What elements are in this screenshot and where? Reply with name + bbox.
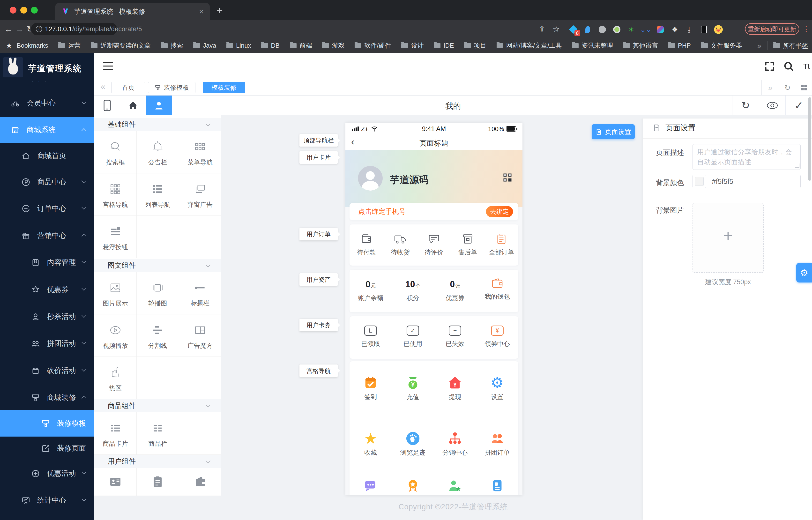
sidebar-item-decorate-template[interactable]: 装修模板 <box>0 410 94 437</box>
extension-icon[interactable] <box>583 25 593 34</box>
bookmark-folder[interactable]: Java <box>193 42 216 49</box>
grid-item-checkin[interactable]: 签到 <box>349 375 392 401</box>
forward-icon[interactable]: → <box>16 24 24 34</box>
bookmark-folder[interactable]: DB <box>261 42 280 49</box>
preview-button[interactable] <box>759 96 785 115</box>
tab-decorate-template[interactable]: 装修模板 <box>148 82 195 93</box>
user-assets-block[interactable]: 0元 账户余额 10个 积分 0张 优惠券 我的钱包 <box>349 270 518 312</box>
browser-menu-icon[interactable]: ⋮ <box>803 24 810 34</box>
phone-preview[interactable]: Z+ 9:41 AM 100% ‹ 页面标题 芋道源码 点击绑定手机号 去绑定 <box>345 123 522 495</box>
label-grid-nav[interactable]: 宫格导航 <box>299 364 338 377</box>
tab-template-decorate[interactable]: 模板装修 <box>203 82 245 93</box>
extension-icon[interactable] <box>612 25 622 34</box>
coupon-item[interactable]: ¥ 领券中心 <box>476 316 519 359</box>
page-scrollbar[interactable] <box>808 97 811 181</box>
asset-item[interactable]: 0元 账户余额 <box>349 270 392 312</box>
sidebar-item-mall-decorate[interactable]: 商城装修 <box>0 385 94 411</box>
bookmark-folder[interactable]: 游戏 <box>322 41 344 50</box>
collapse-menu-icon[interactable] <box>103 61 113 71</box>
color-swatch[interactable] <box>692 175 706 188</box>
sidebar-item-bargain[interactable]: 砍价活动 <box>0 358 94 384</box>
sidebar-item-marketing-center[interactable]: 营销中心 <box>0 223 94 249</box>
order-item[interactable]: 售后单 <box>451 225 485 265</box>
resize-handle[interactable] <box>795 163 800 168</box>
tabs-scroll-left-icon[interactable]: « <box>101 82 105 92</box>
grid-item-medal[interactable] <box>392 478 434 494</box>
bookmark-folder[interactable]: IDE <box>434 42 454 49</box>
section-user-components[interactable]: 用户组件 <box>94 455 221 468</box>
component-user-wallet[interactable] <box>179 468 221 496</box>
browser-update-button[interactable]: 重新启动即可更新 <box>745 23 799 35</box>
grid-item-favorites[interactable]: ★ 收藏 <box>349 431 392 457</box>
grid-item-distribution[interactable]: 分销中心 <box>434 431 476 457</box>
coupon-item[interactable]: ✓ 已使用 <box>392 316 434 359</box>
component-grid-nav[interactable]: 宫格导航 <box>94 174 137 216</box>
coupon-item[interactable]: − 已失效 <box>434 316 476 359</box>
component-hotzone[interactable]: ☝ 热区 <box>94 357 137 399</box>
label-user-assets[interactable]: 用户资产 <box>299 273 338 286</box>
tabs-refresh-cell[interactable]: ↻ <box>779 80 796 95</box>
component-search-box[interactable]: 搜索框 <box>94 131 137 174</box>
bookmark-folder[interactable]: 网站/博客/文章/工具 <box>497 41 562 50</box>
bg-color-input[interactable] <box>708 175 801 188</box>
sidebar-item-member-center[interactable]: 会员中心 <box>0 90 94 116</box>
reset-button[interactable]: ↻ <box>732 96 759 115</box>
component-divider[interactable]: 分割线 <box>137 314 179 357</box>
sidebar-item-order-center[interactable]: 订单中心 <box>0 196 94 222</box>
sidebar-item-coupon[interactable]: 优惠券 <box>0 277 94 303</box>
bookmark-folder[interactable]: 前端 <box>290 41 312 50</box>
grid-nav-block[interactable]: 签到 ¥ 充值 ¥ 提现 ⚙ 设置 <box>349 361 518 495</box>
bookmark-folder[interactable]: 资讯未整理 <box>572 41 613 50</box>
new-tab-button[interactable]: + <box>216 4 223 17</box>
page-settings-button[interactable]: 页面设置 <box>592 124 635 139</box>
grid-item-withdraw[interactable]: ¥ 提现 <box>434 375 476 401</box>
extension-icon[interactable] <box>655 25 665 34</box>
sidebar-item-decorate-page[interactable]: 装修页面 <box>0 435 94 462</box>
tabs-overflow-cell[interactable]: » <box>761 80 779 95</box>
bookmarks-star-icon[interactable]: ★ <box>6 41 12 50</box>
bookmark-folder[interactable]: 搜索 <box>161 41 183 50</box>
order-item[interactable]: 待收货 <box>384 225 417 265</box>
component-user-order[interactable] <box>137 468 179 496</box>
search-icon[interactable] <box>783 60 794 72</box>
bookmark-folder[interactable]: PHP <box>668 42 690 49</box>
app-logo[interactable] <box>3 57 23 77</box>
sidebar-item-content-mgmt[interactable]: 内容管理 <box>0 249 94 276</box>
grid-item-chat[interactable] <box>349 478 392 494</box>
grid-item-groupon-orders[interactable]: 拼团订单 <box>476 431 519 457</box>
order-item[interactable]: 待评价 <box>417 225 451 265</box>
asset-item[interactable]: 0张 优惠券 <box>434 270 476 312</box>
grid-item-card[interactable] <box>476 478 519 494</box>
component-user-card[interactable] <box>94 468 137 496</box>
bookmark-folder[interactable]: Linux <box>227 42 251 49</box>
tabs-layout-cell[interactable] <box>796 80 812 95</box>
sidebar-item-seckill[interactable]: 秒杀活动 <box>0 304 94 330</box>
grid-item-recharge[interactable]: ¥ 充值 <box>392 375 434 401</box>
component-float-button[interactable]: 悬浮按钮 <box>94 216 137 258</box>
bg-image-upload[interactable]: + <box>692 203 764 273</box>
asset-item[interactable]: 10个 积分 <box>392 270 434 312</box>
extension-icon[interactable]: 6 <box>569 25 578 34</box>
section-product-components[interactable]: 商品组件 <box>94 399 221 412</box>
grid-item-settings[interactable]: ⚙ 设置 <box>476 375 519 401</box>
extensions-puzzle-icon[interactable]: ❖ <box>670 25 680 34</box>
bind-phone-block[interactable]: 点击绑定手机号 去绑定 <box>349 203 518 220</box>
downloads-icon[interactable]: ⭳ <box>684 25 694 34</box>
tab-close-icon[interactable]: × <box>199 8 204 16</box>
grid-item-footprints[interactable]: 浏览足迹 <box>392 431 434 457</box>
bookmark-folder[interactable]: 项目 <box>464 41 487 50</box>
component-menu-nav[interactable]: 菜单导航 <box>179 131 221 174</box>
window-minimize-button[interactable] <box>20 7 27 14</box>
section-media-components[interactable]: 图文组件 <box>94 259 221 272</box>
order-item[interactable]: 待付款 <box>349 225 384 265</box>
bookmark-folder[interactable]: 近期需要读的文章 <box>91 41 151 50</box>
settings-drawer-toggle[interactable]: ⚙ <box>796 263 812 283</box>
component-list-nav[interactable]: 列表导航 <box>137 174 179 216</box>
address-bar[interactable]: i 127.0.0.1/diy/template/decorate/5 <box>31 23 117 35</box>
label-user-order[interactable]: 用户订单 <box>299 228 338 240</box>
bookmark-folder[interactable]: 其他语言 <box>623 41 658 50</box>
extension-icon[interactable]: ✶ <box>627 25 636 34</box>
extension-icon[interactable] <box>598 25 607 34</box>
user-card-block[interactable]: 芋道源码 <box>345 150 522 207</box>
sidebar-item-product-center[interactable]: 商品中心 <box>0 169 94 195</box>
